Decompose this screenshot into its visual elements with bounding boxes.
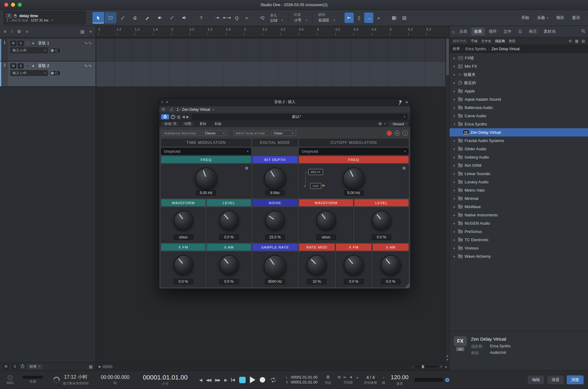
mute-button[interactable]: M [10, 63, 16, 69]
track-list-icon[interactable]: ▤ [81, 29, 85, 34]
snap-block[interactable]: 吸附 自适应▾ [315, 11, 338, 24]
bend-tool-button[interactable] [166, 12, 178, 24]
param-knob-icon[interactable] [171, 115, 175, 119]
time-waveform-knob[interactable] [174, 211, 193, 230]
tree-item-Wave Alchemy[interactable]: ▸Wave Alchemy [450, 252, 588, 260]
disclosure-triangle-icon[interactable]: ▸ [453, 180, 456, 184]
browser-tab-文件[interactable]: 文件 [501, 28, 514, 36]
time-level-value[interactable]: 0.0 % [219, 234, 239, 240]
wrench-icon[interactable]: ⚙ [17, 29, 21, 34]
listen-tool-button[interactable] [178, 12, 190, 24]
bit-depth-value[interactable]: 8 Bits [265, 190, 285, 196]
bit-depth-knob[interactable] [264, 167, 286, 189]
browser-tab-循环[interactable]: 循环 [486, 28, 499, 36]
close-icon[interactable]: × [405, 100, 408, 105]
track-name[interactable]: 音轨 2 [38, 63, 49, 69]
record-arm-button[interactable] [26, 64, 30, 68]
disclosure-triangle-icon[interactable]: ▸ [453, 189, 456, 192]
zoom-out-button[interactable]: − [412, 365, 414, 369]
disclosure-triangle-icon[interactable]: ▸ [453, 147, 456, 151]
disclosure-triangle-icon[interactable]: ▸ [453, 98, 456, 101]
inspector-icon[interactable]: i [11, 29, 12, 34]
record-button[interactable] [260, 377, 265, 383]
xboard-button[interactable]: Xboard [388, 121, 409, 127]
disclosure-triangle-icon[interactable]: ▸ [453, 155, 456, 159]
scroll-down-icon[interactable]: ▼ [446, 358, 449, 361]
meter-toggle[interactable] [445, 378, 449, 382]
position-display[interactable]: 00001.01.01.00 小节 [143, 374, 188, 386]
solo-button[interactable]: S [18, 63, 24, 69]
feedback-routing-select[interactable]: Classic▾ [202, 130, 227, 136]
tree-item-Native Instruments[interactable]: ▸Native Instruments [450, 211, 588, 219]
snap-to-cursor-icon[interactable]: → [364, 13, 373, 23]
tree-item-Vovious[interactable]: ▸Vovious [450, 244, 588, 252]
tree-item-Carve Audio[interactable]: ▸Carve Audio [450, 112, 588, 120]
rewind-button[interactable]: ◀◀ [206, 378, 211, 382]
track-lane-1[interactable] [96, 39, 449, 62]
automation-icon[interactable]: ≈ [26, 29, 28, 34]
solo-button[interactable]: S [18, 41, 24, 46]
disclosure-triangle-icon[interactable]: ▸ [453, 230, 456, 233]
tree-item-Lunacy Audio[interactable]: ▸Lunacy Audio [450, 178, 588, 186]
autoscroll-icon[interactable]: ⇥ [213, 13, 222, 23]
scroll-left-icon[interactable]: ◀ [98, 365, 100, 368]
sample-rate-value[interactable]: 8000 Hz [265, 279, 285, 284]
tree-item-Erica Synths[interactable]: ▾Erica Synths [450, 120, 588, 128]
next-marker-button[interactable]: ▶ [224, 378, 227, 382]
info-icon[interactable]: i [402, 130, 408, 136]
chevron-down-icon[interactable]: ▾ [51, 19, 53, 21]
cutoff-waveform-knob[interactable] [316, 211, 336, 230]
browser-tab-云[interactable]: 云 [515, 28, 525, 36]
input-select[interactable]: 输入 L+R▾ [10, 47, 48, 53]
disclosure-triangle-icon[interactable]: ▸ [453, 81, 456, 84]
browser-tab-素材池[interactable]: 素材池 [541, 28, 558, 36]
project-button[interactable]: 项目 [556, 15, 564, 21]
prev-marker-button[interactable]: ◀ [199, 378, 202, 382]
browser-tab-商店[interactable]: 商店 [526, 28, 540, 36]
sort-option-平铺[interactable]: 平铺 [471, 39, 477, 43]
plugin-slot-select[interactable]: 1 - Zen Delay Virtual▾ [177, 107, 214, 112]
pin-icon[interactable] [398, 100, 402, 104]
record-arm-button[interactable] [26, 41, 30, 45]
tree-item-Minimal[interactable]: ▸Minimal [450, 194, 588, 203]
disclosure-triangle-icon[interactable]: ▸ [453, 255, 456, 258]
search-icon[interactable] [581, 29, 586, 34]
time-sync-select[interactable]: Unsynced▾ [161, 148, 251, 155]
range-tool-button[interactable] [105, 12, 116, 24]
tree-item-收藏夹[interactable]: ▸收藏夹 [450, 70, 588, 79]
marker-pair-icon[interactable]: ⇤⇥ [222, 13, 232, 23]
rate-mod-value[interactable]: 10 % [307, 279, 326, 284]
timebase-block[interactable]: 时基 小节▾ [291, 11, 310, 24]
list-icon[interactable]: ▤ [89, 365, 92, 369]
disclosure-triangle-icon[interactable]: ▸ [453, 139, 456, 142]
monitor-icon[interactable] [31, 41, 36, 45]
metronome-speaker-icon[interactable] [349, 375, 353, 379]
disclosure-triangle-icon[interactable]: ▸ [453, 205, 456, 208]
prev-preset-button[interactable]: ◀ [182, 115, 185, 118]
vertical-scrollbar[interactable]: ▲▼ [445, 37, 449, 362]
stop-button[interactable] [239, 377, 246, 383]
disclosure-triangle-icon[interactable]: ▾ [453, 122, 456, 126]
cutoff-xam-value[interactable]: 0.0 % [381, 279, 401, 284]
plugin-window[interactable]: ▾ + 音轨 2 - 插入 × 1 - Zen Delay Virtual▾ ▤… [159, 98, 411, 289]
cutoff-freq-value[interactable]: 5.00 Hz [344, 190, 364, 196]
vertical-scroll-thumb[interactable] [446, 39, 449, 75]
automation-mode-select[interactable]: 标准▾ [27, 364, 43, 369]
chevron-down-icon[interactable]: ▾ [334, 19, 335, 22]
snap-to-grid-icon[interactable]: ⇤ [345, 13, 354, 23]
noise-value[interactable]: 15.0 % [265, 234, 285, 240]
tempo-display[interactable]: 120.00 速度 [391, 374, 409, 386]
track-row-2[interactable]: 2 M S 音轨 2 输入 L+R▾ [0, 62, 96, 87]
record-download-icon[interactable]: ↓ [386, 130, 392, 136]
menu-icon[interactable]: ≡ [4, 29, 6, 34]
disclosure-triangle-icon[interactable]: ▸ [453, 114, 456, 118]
split-tool-button[interactable] [117, 12, 129, 24]
start-button[interactable]: 开始 [521, 15, 529, 21]
track-name[interactable]: 音轨 1 [38, 40, 49, 46]
tree-item-MixWave[interactable]: ▸MixWave [450, 203, 588, 211]
add-track-button[interactable]: + [89, 29, 92, 34]
breadcrumb-item[interactable]: 效果 [453, 46, 460, 51]
zoom-in-button[interactable]: + [440, 365, 442, 369]
cutoff-sync-select[interactable]: Unsynced▾ [299, 148, 409, 155]
disclosure-triangle-icon[interactable]: ▸ [453, 197, 456, 200]
